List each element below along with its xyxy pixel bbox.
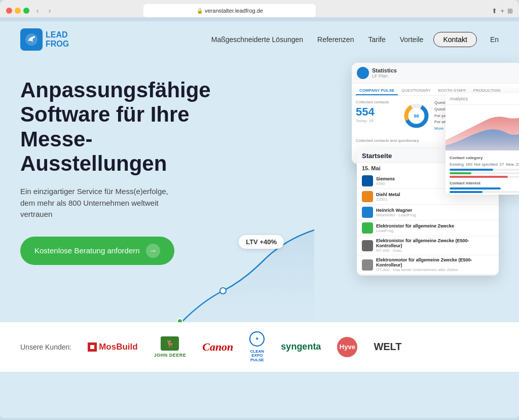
company-name-2: Heinrich Wagner xyxy=(376,208,416,213)
dash-title: Statistics xyxy=(372,67,397,73)
nav-link-losungen[interactable]: Maßgeschneiderte Lösungen xyxy=(211,35,303,44)
new-label: New xyxy=(506,162,514,167)
company-logo-2 xyxy=(362,207,373,218)
company-name-4: Elektronistor für allgemeine Zwecke (E50… xyxy=(376,238,494,248)
kontakt-button[interactable]: Kontakt xyxy=(433,32,476,47)
new-count: 230 xyxy=(516,162,519,167)
dash-tab-questionary[interactable]: QUESTIONARY xyxy=(398,87,434,95)
back-button[interactable]: ‹ xyxy=(33,7,42,15)
forward-button[interactable]: › xyxy=(46,7,54,15)
company-sub-1: 12001 xyxy=(376,197,400,202)
area-chart-content xyxy=(446,105,519,152)
logo-text: LEAD FROG xyxy=(46,30,69,48)
lock-icon: 🔒 xyxy=(197,8,203,14)
hero-section: Anpassungsfähige Software für Ihre Messe… xyxy=(0,58,519,372)
minimize-button[interactable] xyxy=(15,8,21,14)
dash-contacts-today: Today: 29 xyxy=(356,119,398,123)
customer-john-deere: 🦌 JOHN DEERE xyxy=(154,336,187,358)
bar-not-specified xyxy=(450,172,519,174)
company-info-4: Elektronistor für allgemeine Zwecke (E50… xyxy=(376,238,494,253)
john-deere-text: JOHN DEERE xyxy=(154,353,187,358)
company-sub-5: GT-400 · Das beste Unternehmen aller Zei… xyxy=(376,268,494,272)
address-bar[interactable]: 🔒 veranstalter.leadfrog.de xyxy=(143,4,316,17)
dash-tab-company-pulse[interactable]: COMPANY PULSE xyxy=(356,87,398,95)
logo[interactable]: LEAD FROG xyxy=(20,28,69,51)
company-logo-5 xyxy=(362,259,373,271)
company-info-5: Elektronmotor für allgemeine Zwecke (E50… xyxy=(376,257,494,272)
mosbuild-icon-inner xyxy=(90,345,94,349)
welt-text: WELT xyxy=(374,341,401,353)
syngenta-text: syngenta xyxy=(281,341,321,352)
company-name-5: Elektronmotor für allgemeine Zwecke (E50… xyxy=(376,257,494,268)
customers-label: Unsere Kunden: xyxy=(20,343,71,351)
language-selector[interactable]: En xyxy=(490,35,499,44)
bar-new xyxy=(450,176,519,178)
dash-header: Statistics LF Plan xyxy=(352,63,519,84)
close-button[interactable] xyxy=(6,8,12,14)
browser-chrome: ‹ › 🔒 veranstalter.leadfrog.de ⬆ + ⊞ xyxy=(0,0,519,17)
company-logo-1 xyxy=(362,191,373,202)
nav-link-tarife[interactable]: Tarife xyxy=(368,35,385,44)
company-row-2[interactable]: Heinrich Wagner Mitarbeiter · LeadFrog xyxy=(357,205,499,220)
tabs-icon[interactable]: ⊞ xyxy=(507,7,513,15)
company-row-4[interactable]: Elektronistor für allgemeine Zwecke (E50… xyxy=(357,236,499,255)
company-sub-2: Mitarbeiter · LeadFrog xyxy=(376,213,416,217)
company-info-0: Siemens 4380 xyxy=(376,176,395,186)
contact-category-stats: Existing 160 Not specified 27 New 230 xyxy=(450,162,519,167)
clean-expo-icon: ✦ xyxy=(249,331,265,347)
nav-link-vorteile[interactable]: Vorteile xyxy=(400,35,424,44)
browser-actions: ⬆ + ⊞ xyxy=(492,7,513,15)
company-logo-0 xyxy=(362,175,373,186)
bar-not-specified-fill xyxy=(450,172,471,174)
mosbuild-text: MosBuild xyxy=(99,342,138,352)
new-tab-icon[interactable]: + xyxy=(500,7,504,15)
existing-count: 160 xyxy=(466,162,472,167)
company-info-3: Elektronistor für allgemeine Zwecke Lead… xyxy=(376,223,454,233)
company-row-5[interactable]: Elektronmotor für allgemeine Zwecke (E50… xyxy=(357,255,499,275)
customers-bar: Unsere Kunden: MosBuild 🦌 JOHN DEERE Can… xyxy=(0,322,519,372)
svg-text:98: 98 xyxy=(414,113,419,119)
company-row-3[interactable]: Elektronistor für allgemeine Zwecke Lead… xyxy=(357,220,499,236)
dash-subtitle: LF Plan xyxy=(372,73,397,79)
nav-link-referenzen[interactable]: Referenzen xyxy=(317,35,354,44)
bar-new-fill xyxy=(450,176,508,178)
dash-mobile-title: Startseite xyxy=(362,152,392,160)
company-logo-3 xyxy=(362,222,373,234)
share-icon[interactable]: ⬆ xyxy=(492,7,497,15)
area-chart-svg xyxy=(446,105,519,150)
ltv-badge: LTV +40% xyxy=(239,235,284,249)
company-sub-4: NT-430 · Grau xyxy=(376,248,494,253)
hyve-logo: Hyve xyxy=(337,337,357,357)
customer-mosbuild: MosBuild xyxy=(88,342,138,352)
area-chart-header: Analytics xyxy=(446,93,519,105)
company-logo-4 xyxy=(362,240,373,251)
company-sub-0: 4380 xyxy=(376,181,395,186)
interest-bar-1 xyxy=(450,187,501,189)
company-name-1: Diehl Metal xyxy=(376,192,400,197)
dashboard-screenshots: Statistics LF Plan COMPANY PULSE QUESTIO… xyxy=(326,63,519,286)
dash-contacts-label: Collected contacts xyxy=(356,100,398,104)
bar-existing xyxy=(450,169,519,171)
customer-canon: Canon xyxy=(202,340,233,354)
dash-contacts-block: Collected contacts 554 Today: 29 xyxy=(356,100,398,132)
canon-text: Canon xyxy=(202,340,233,354)
area-chart-card: Analytics xyxy=(446,93,519,195)
company-name-0: Siemens xyxy=(376,176,395,181)
existing-label: Existing xyxy=(450,162,464,167)
dash-bottom-nav: ⌂ 👤 ☰ xyxy=(357,275,499,276)
url-text: veranstalter.leadfrog.de xyxy=(205,8,263,14)
company-info-2: Heinrich Wagner Mitarbeiter · LeadFrog xyxy=(376,208,416,217)
not-specified-label: Not specified xyxy=(474,162,498,167)
dash-avatar xyxy=(357,67,369,79)
contact-category: Contact category Existing 160 Not specif… xyxy=(446,152,519,195)
clean-expo-text: CLEANEXPOPULSE xyxy=(250,350,265,363)
hero-subtitle: Ein einzigartiger Service für Mess(e)erf… xyxy=(20,186,182,220)
mosbuild-icon xyxy=(88,342,97,352)
maximize-button[interactable] xyxy=(23,8,29,14)
bar-existing-fill xyxy=(450,169,493,171)
company-sub-3: LeadFrog xyxy=(376,228,454,233)
dash-contacts-count: 554 xyxy=(356,105,398,119)
hyve-text: Hyve xyxy=(340,343,355,351)
contact-category-label: Contact category xyxy=(450,156,519,160)
svg-point-1 xyxy=(33,36,35,38)
